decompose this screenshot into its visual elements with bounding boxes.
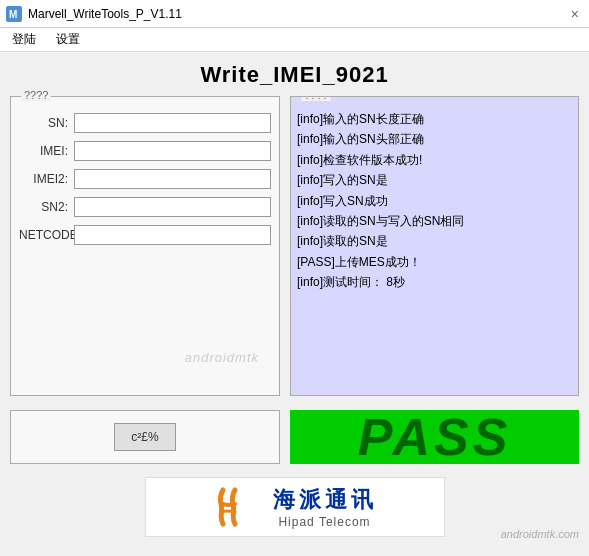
right-panel-title: ???? [301,96,331,101]
close-button[interactable]: × [567,4,583,24]
content-area: ???? SN: IMEI: IMEI2: SN2: NETCODE [0,96,589,396]
log-line-2: [info]检查软件版本成功! [297,150,572,170]
input-netcode[interactable] [74,225,271,245]
log-container: [info]输入的SN长度正确 [info]输入的SN头部正确 [info]检查… [297,109,572,293]
log-line-7: [PASS]上传MES成功！ [297,252,572,272]
left-panel-title: ???? [21,89,51,101]
input-imei2[interactable] [74,169,271,189]
logo-area: 海派通讯 Hipad Telecom [145,477,445,537]
form-row-sn2: SN2: [19,197,271,217]
input-sn[interactable] [74,113,271,133]
log-line-4: [info]写入SN成功 [297,191,572,211]
logo-text: 海派通讯 Hipad Telecom [273,485,377,529]
bottom-left: c²£% [10,410,280,464]
input-sn2[interactable] [74,197,271,217]
form-row-imei2: IMEI2: [19,169,271,189]
log-line-3: [info]写入的SN是 [297,170,572,190]
page-title: Write_IMEI_9021 [0,52,589,96]
bottom-area: c²£% PASS [0,402,589,472]
form-row-netcode: NETCODE [19,225,271,245]
logo-chinese: 海派通讯 [273,485,377,515]
pass-display: PASS [290,410,579,464]
label-netcode: NETCODE [19,228,74,242]
form-row-sn: SN: [19,113,271,133]
log-line-0: [info]输入的SN长度正确 [297,109,572,129]
log-line-8: [info]测试时间： 8秒 [297,272,572,292]
right-panel: ???? [info]输入的SN长度正确 [info]输入的SN头部正确 [in… [290,96,579,396]
title-bar-left: M Marvell_WriteTools_P_V1.11 [6,6,182,22]
menu-bar: 登陆 设置 [0,28,589,52]
input-imei[interactable] [74,141,271,161]
action-button[interactable]: c²£% [114,423,175,451]
log-line-1: [info]输入的SN头部正确 [297,129,572,149]
logo-english: Hipad Telecom [278,515,370,529]
label-imei2: IMEI2: [19,172,74,186]
logo-icon [213,482,263,532]
svg-text:M: M [9,9,17,20]
app-icon: M [6,6,22,22]
left-watermark: androidmtk [185,350,259,365]
left-panel: ???? SN: IMEI: IMEI2: SN2: NETCODE [10,96,280,396]
footer-area: 海派通讯 Hipad Telecom androidmtk.com [0,472,589,542]
log-line-5: [info]读取的SN与写入的SN相同 [297,211,572,231]
label-sn: SN: [19,116,74,130]
form-row-imei: IMEI: [19,141,271,161]
title-bar-title: Marvell_WriteTools_P_V1.11 [28,7,182,21]
log-line-6: [info]读取的SN是 [297,231,572,251]
footer-watermark: androidmtk.com [501,528,579,540]
menu-settings[interactable]: 设置 [52,29,84,50]
title-bar: M Marvell_WriteTools_P_V1.11 × [0,0,589,28]
menu-login[interactable]: 登陆 [8,29,40,50]
label-imei: IMEI: [19,144,74,158]
pass-text: PASS [358,407,512,467]
label-sn2: SN2: [19,200,74,214]
